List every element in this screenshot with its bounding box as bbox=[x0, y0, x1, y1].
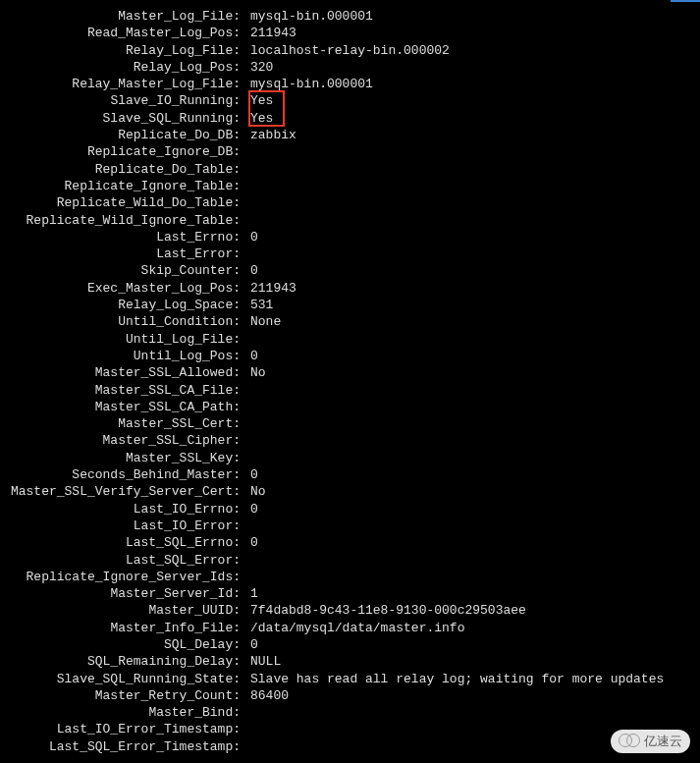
status-row: Master_Bind: bbox=[0, 704, 700, 721]
status-value: localhost-relay-bin.000002 bbox=[244, 42, 700, 59]
status-row: Last_IO_Error_Timestamp: bbox=[0, 721, 700, 737]
status-label: Relay_Log_Pos: bbox=[0, 59, 244, 76]
status-label: Last_SQL_Error_Timestamp: bbox=[0, 738, 244, 755]
status-value: Yes bbox=[244, 110, 700, 127]
status-label: Last_IO_Error_Timestamp: bbox=[0, 721, 244, 737]
status-label: Replicate_Wild_Ignore_Table: bbox=[0, 212, 244, 229]
status-row: Slave_SQL_Running:Yes bbox=[0, 110, 700, 127]
status-value bbox=[244, 178, 700, 194]
top-indicator bbox=[671, 0, 700, 2]
status-value: 7f4dabd8-9c43-11e8-9130-000c29503aee bbox=[244, 602, 700, 619]
status-value: Yes bbox=[244, 92, 700, 109]
status-value: 0 bbox=[244, 636, 700, 653]
status-row: Replicate_Do_DB:zabbix bbox=[0, 127, 700, 143]
status-label: Skip_Counter: bbox=[0, 262, 244, 279]
status-label: Master_Log_File: bbox=[0, 8, 244, 25]
status-label: Relay_Log_Space: bbox=[0, 297, 244, 313]
watermark-logo-icon bbox=[619, 734, 640, 749]
status-value: 0 bbox=[244, 348, 700, 364]
status-label: Relay_Master_Log_File: bbox=[0, 76, 244, 92]
status-label: Slave_SQL_Running: bbox=[0, 110, 244, 127]
status-label: Exec_Master_Log_Pos: bbox=[0, 280, 244, 297]
status-row: Replicate_Wild_Do_Table: bbox=[0, 194, 700, 211]
status-row: Read_Master_Log_Pos:211943 bbox=[0, 25, 700, 41]
status-value bbox=[244, 161, 700, 178]
status-row: Last_SQL_Errno:0 bbox=[0, 534, 700, 551]
status-row: Exec_Master_Log_Pos:211943 bbox=[0, 280, 700, 297]
status-row: Master_SSL_Allowed:No bbox=[0, 364, 700, 381]
status-row: Relay_Log_File:localhost-relay-bin.00000… bbox=[0, 42, 700, 59]
status-label: Master_SSL_Key: bbox=[0, 450, 244, 466]
status-label: Slave_IO_Running: bbox=[0, 92, 244, 109]
status-row: Last_IO_Error: bbox=[0, 518, 700, 534]
status-value: No bbox=[244, 364, 700, 381]
status-row: Master_Retry_Count:86400 bbox=[0, 687, 700, 704]
status-label: Master_SSL_Allowed: bbox=[0, 364, 244, 381]
status-label: Read_Master_Log_Pos: bbox=[0, 25, 244, 41]
status-row: Slave_SQL_Running_State:Slave has read a… bbox=[0, 671, 700, 687]
status-label: Master_SSL_Verify_Server_Cert: bbox=[0, 483, 244, 500]
status-row: Skip_Counter:0 bbox=[0, 262, 700, 279]
status-row: Relay_Master_Log_File:mysql-bin.000001 bbox=[0, 76, 700, 92]
status-label: Last_SQL_Error: bbox=[0, 552, 244, 569]
status-row: Last_SQL_Error: bbox=[0, 552, 700, 569]
status-value: 531 bbox=[244, 297, 700, 313]
status-label: Master_SSL_CA_File: bbox=[0, 382, 244, 399]
status-row: Master_SSL_Verify_Server_Cert:No bbox=[0, 483, 700, 500]
status-value: 0 bbox=[244, 466, 700, 483]
status-row: Until_Log_Pos:0 bbox=[0, 348, 700, 364]
status-value bbox=[244, 704, 700, 721]
status-value bbox=[244, 450, 700, 466]
status-value: mysql-bin.000001 bbox=[244, 76, 700, 92]
status-row: SQL_Remaining_Delay:NULL bbox=[0, 653, 700, 670]
status-label: Master_Server_Id: bbox=[0, 585, 244, 602]
status-value bbox=[244, 432, 700, 449]
status-row: Master_SSL_Cert: bbox=[0, 415, 700, 432]
status-row: Last_IO_Errno:0 bbox=[0, 501, 700, 518]
status-row: Master_SSL_CA_File: bbox=[0, 382, 700, 399]
status-value: None bbox=[244, 313, 700, 330]
status-label: Slave_SQL_Running_State: bbox=[0, 671, 244, 687]
status-label: Replicate_Wild_Do_Table: bbox=[0, 194, 244, 211]
status-label: Relay_Log_File: bbox=[0, 42, 244, 59]
status-row: Master_UUID:7f4dabd8-9c43-11e8-9130-000c… bbox=[0, 602, 700, 619]
status-row: Last_Error: bbox=[0, 245, 700, 262]
status-label: SQL_Remaining_Delay: bbox=[0, 653, 244, 670]
status-value: 211943 bbox=[244, 280, 700, 297]
status-value bbox=[244, 143, 700, 160]
status-row: Master_SSL_CA_Path: bbox=[0, 399, 700, 415]
status-value-text: Yes bbox=[250, 93, 273, 108]
status-label: Last_IO_Errno: bbox=[0, 501, 244, 518]
status-row: Replicate_Wild_Ignore_Table: bbox=[0, 212, 700, 229]
status-value bbox=[244, 382, 700, 399]
status-value: 0 bbox=[244, 262, 700, 279]
status-label: Master_Retry_Count: bbox=[0, 687, 244, 704]
status-label: Master_UUID: bbox=[0, 602, 244, 619]
status-value: 1 bbox=[244, 585, 700, 602]
status-value bbox=[244, 415, 700, 432]
watermark: 亿速云 bbox=[611, 730, 690, 753]
status-value bbox=[244, 399, 700, 415]
status-value: 0 bbox=[244, 501, 700, 518]
status-value: mysql-bin.000001 bbox=[244, 8, 700, 25]
status-row: Seconds_Behind_Master:0 bbox=[0, 466, 700, 483]
status-label: Master_Bind: bbox=[0, 704, 244, 721]
status-value bbox=[244, 518, 700, 534]
status-row: Master_Info_File:/data/mysql/data/master… bbox=[0, 620, 700, 636]
status-value: NULL bbox=[244, 653, 700, 670]
status-value: 320 bbox=[244, 59, 700, 76]
status-label: Last_SQL_Errno: bbox=[0, 534, 244, 551]
status-row: Until_Log_File: bbox=[0, 331, 700, 348]
status-label: Until_Log_File: bbox=[0, 331, 244, 348]
status-value: 211943 bbox=[244, 25, 700, 41]
status-value: /data/mysql/data/master.info bbox=[244, 620, 700, 636]
status-row: Last_Errno:0 bbox=[0, 229, 700, 245]
status-row: Replicate_Ignore_DB: bbox=[0, 143, 700, 160]
watermark-text: 亿速云 bbox=[644, 733, 682, 750]
status-row: Relay_Log_Pos:320 bbox=[0, 59, 700, 76]
status-label: Master_SSL_CA_Path: bbox=[0, 399, 244, 415]
status-row: Until_Condition:None bbox=[0, 313, 700, 330]
status-row: SQL_Delay:0 bbox=[0, 636, 700, 653]
status-label: Replicate_Do_DB: bbox=[0, 127, 244, 143]
status-value bbox=[244, 552, 700, 569]
